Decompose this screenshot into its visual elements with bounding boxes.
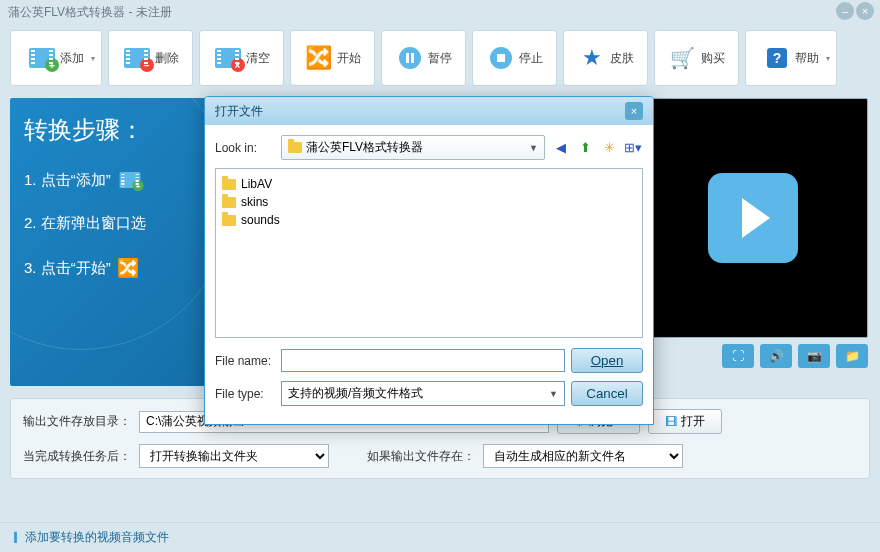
lookin-select[interactable]: 蒲公英FLV格式转换器 ▼	[281, 135, 545, 160]
minimize-button[interactable]: –	[836, 2, 854, 20]
if-exists-label: 如果输出文件存在：	[367, 448, 475, 465]
pause-label: 暂停	[428, 50, 452, 67]
new-folder-button[interactable]: ✳	[599, 138, 619, 158]
dialog-close-button[interactable]: ×	[625, 102, 643, 120]
chevron-down-icon: ▼	[549, 389, 558, 399]
snapshot-button[interactable]: 📷	[798, 344, 830, 368]
chevron-down-icon: ▼	[529, 143, 538, 153]
help-label: 帮助	[795, 50, 819, 67]
film-add-icon: +	[28, 44, 56, 72]
after-task-label: 当完成转换任务后：	[23, 448, 131, 465]
dialog-nav-icons: ◀ ⬆ ✳ ⊞▾	[551, 138, 643, 158]
pause-icon	[396, 44, 424, 72]
output-options-row: 当完成转换任务后： 打开转换输出文件夹 如果输出文件存在： 自动生成相应的新文件…	[23, 444, 857, 468]
back-button[interactable]: ◀	[551, 138, 571, 158]
play-button[interactable]	[708, 173, 798, 263]
filetype-row: File type: 支持的视频/音频文件格式 ▼ Cancel	[215, 381, 643, 406]
film-delete-icon: –	[123, 44, 151, 72]
lookin-row: Look in: 蒲公英FLV格式转换器 ▼ ◀ ⬆ ✳ ⊞▾	[215, 135, 643, 160]
folder-button[interactable]: 📁	[836, 344, 868, 368]
svg-text:?: ?	[773, 50, 782, 66]
stop-icon	[487, 44, 515, 72]
output-dir-label: 输出文件存放目录：	[23, 413, 131, 430]
toolbar: + 添加 ▾ – 删除 × 清空 🔀 开始 暂停 停止 ★ 皮肤 🛒 购买 ? …	[0, 24, 880, 92]
buy-label: 购买	[701, 50, 725, 67]
open-button[interactable]: Open	[571, 348, 643, 373]
preview-area: ⛶ 🔊 📷 📁	[638, 98, 868, 386]
window-title: 蒲公英FLV格式转换器 - 未注册	[8, 4, 172, 21]
skin-button[interactable]: ★ 皮肤	[563, 30, 648, 86]
add-label: 添加	[60, 50, 84, 67]
help-button[interactable]: ? 帮助 ▾	[745, 30, 837, 86]
folder-icon	[222, 179, 236, 190]
lookin-label: Look in:	[215, 141, 275, 155]
lookin-value: 蒲公英FLV格式转换器	[306, 139, 525, 156]
open-output-button[interactable]: 🎞打开	[648, 409, 722, 434]
shuffle-icon: 🔀	[305, 44, 333, 72]
file-item[interactable]: LibAV	[222, 175, 636, 193]
filetype-label: File type:	[215, 387, 275, 401]
view-button[interactable]: ⊞▾	[623, 138, 643, 158]
file-item[interactable]: skins	[222, 193, 636, 211]
add-button[interactable]: + 添加 ▾	[10, 30, 102, 86]
cancel-button[interactable]: Cancel	[571, 381, 643, 406]
if-exists-select[interactable]: 自动生成相应的新文件名	[483, 444, 683, 468]
preview-box	[638, 98, 868, 338]
titlebar-controls: – ×	[836, 2, 874, 20]
after-task-select[interactable]: 打开转换输出文件夹	[139, 444, 329, 468]
up-button[interactable]: ⬆	[575, 138, 595, 158]
fullscreen-button[interactable]: ⛶	[722, 344, 754, 368]
status-text: 添加要转换的视频音频文件	[25, 530, 169, 544]
chevron-down-icon: ▾	[91, 54, 95, 63]
film-add-icon: +	[119, 172, 140, 188]
buy-button[interactable]: 🛒 购买	[654, 30, 739, 86]
svg-point-0	[399, 47, 421, 69]
help-icon: ?	[763, 44, 791, 72]
file-item[interactable]: sounds	[222, 211, 636, 229]
star-icon: ★	[578, 44, 606, 72]
film-clear-icon: ×	[214, 44, 242, 72]
delete-button[interactable]: – 删除	[108, 30, 193, 86]
skin-label: 皮肤	[610, 50, 634, 67]
file-dialog: 打开文件 × Look in: 蒲公英FLV格式转换器 ▼ ◀ ⬆ ✳ ⊞▾ L	[204, 96, 654, 425]
preview-controls: ⛶ 🔊 📷 📁	[638, 344, 868, 368]
titlebar: 蒲公英FLV格式转换器 - 未注册 – ×	[0, 0, 880, 24]
file-list[interactable]: LibAV skins sounds	[215, 168, 643, 338]
filename-label: File name:	[215, 354, 275, 368]
volume-button[interactable]: 🔊	[760, 344, 792, 368]
delete-label: 删除	[155, 50, 179, 67]
start-button[interactable]: 🔀 开始	[290, 30, 375, 86]
svg-rect-4	[497, 54, 505, 62]
status-bar: 添加要转换的视频音频文件	[0, 522, 880, 552]
folder-icon	[222, 197, 236, 208]
clear-label: 清空	[246, 50, 270, 67]
filename-input[interactable]	[281, 349, 565, 372]
filetype-select[interactable]: 支持的视频/音频文件格式 ▼	[281, 381, 565, 406]
svg-rect-2	[411, 53, 414, 63]
shuffle-icon: 🔀	[117, 257, 139, 279]
filename-row: File name: Open	[215, 348, 643, 373]
folder-icon	[288, 142, 302, 153]
start-label: 开始	[337, 50, 361, 67]
stop-label: 停止	[519, 50, 543, 67]
dialog-title-text: 打开文件	[215, 103, 263, 120]
dialog-titlebar: 打开文件 ×	[205, 97, 653, 125]
film-icon: 🎞	[665, 415, 677, 429]
play-icon	[742, 198, 770, 238]
pause-button[interactable]: 暂停	[381, 30, 466, 86]
folder-icon	[222, 215, 236, 226]
chevron-down-icon: ▾	[826, 54, 830, 63]
clear-button[interactable]: × 清空	[199, 30, 284, 86]
close-button[interactable]: ×	[856, 2, 874, 20]
svg-rect-1	[406, 53, 409, 63]
stop-button[interactable]: 停止	[472, 30, 557, 86]
cart-icon: 🛒	[669, 44, 697, 72]
